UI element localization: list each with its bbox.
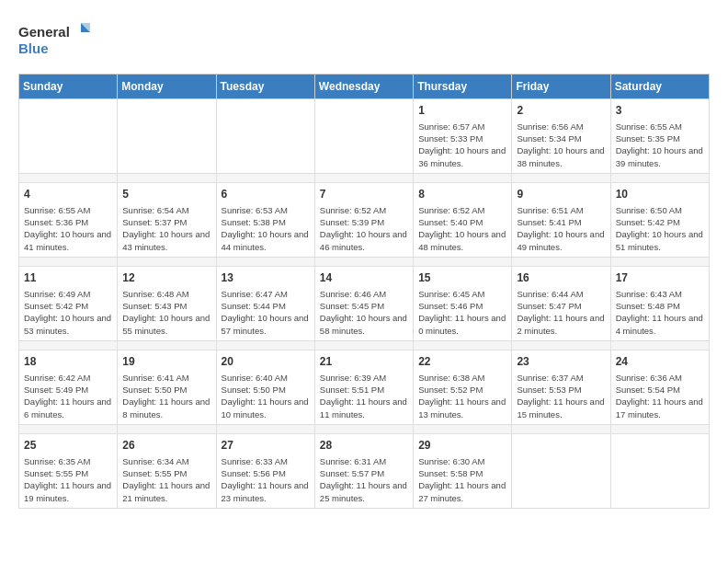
header-day-saturday: Saturday xyxy=(610,75,709,99)
calendar-cell xyxy=(314,99,413,174)
calendar-cell: 18Sunrise: 6:42 AMSunset: 5:49 PMDayligh… xyxy=(19,350,118,424)
calendar-week-1: 1Sunrise: 6:57 AMSunset: 5:33 PMDaylight… xyxy=(19,99,710,174)
calendar-header-row: SundayMondayTuesdayWednesdayThursdayFrid… xyxy=(19,75,710,99)
cell-info: Sunrise: 6:31 AMSunset: 5:57 PMDaylight:… xyxy=(320,455,408,504)
separator-cell xyxy=(414,173,512,182)
calendar-cell: 14Sunrise: 6:46 AMSunset: 5:45 PMDayligh… xyxy=(314,266,413,340)
calendar-cell: 15Sunrise: 6:45 AMSunset: 5:46 PMDayligh… xyxy=(414,266,512,340)
cell-info: Sunrise: 6:50 AMSunset: 5:42 PMDaylight:… xyxy=(616,204,704,253)
cell-info: Sunrise: 6:53 AMSunset: 5:38 PMDaylight:… xyxy=(222,204,310,253)
calendar-cell: 11Sunrise: 6:49 AMSunset: 5:42 PMDayligh… xyxy=(19,266,118,340)
cell-info: Sunrise: 6:54 AMSunset: 5:37 PMDaylight:… xyxy=(122,204,210,253)
day-number: 25 xyxy=(24,438,112,454)
calendar-week-4: 18Sunrise: 6:42 AMSunset: 5:49 PMDayligh… xyxy=(19,350,710,424)
cell-info: Sunrise: 6:40 AMSunset: 5:50 PMDaylight:… xyxy=(222,372,310,420)
logo-svg: General Blue xyxy=(18,18,92,64)
cell-info: Sunrise: 6:49 AMSunset: 5:42 PMDaylight:… xyxy=(24,288,112,337)
cell-info: Sunrise: 6:34 AMSunset: 5:55 PMDaylight:… xyxy=(122,455,210,504)
day-number: 15 xyxy=(418,270,506,286)
calendar-cell: 22Sunrise: 6:38 AMSunset: 5:52 PMDayligh… xyxy=(414,350,512,424)
cell-info: Sunrise: 6:41 AMSunset: 5:50 PMDaylight:… xyxy=(122,372,210,420)
day-number: 10 xyxy=(616,187,704,202)
day-number: 6 xyxy=(222,187,310,202)
day-number: 7 xyxy=(320,187,408,202)
calendar-cell: 19Sunrise: 6:41 AMSunset: 5:50 PMDayligh… xyxy=(118,350,216,424)
calendar-cell: 20Sunrise: 6:40 AMSunset: 5:50 PMDayligh… xyxy=(216,350,314,424)
cell-info: Sunrise: 6:36 AMSunset: 5:54 PMDaylight:… xyxy=(616,372,704,420)
calendar-cell: 23Sunrise: 6:37 AMSunset: 5:53 PMDayligh… xyxy=(512,350,610,424)
separator-cell xyxy=(216,424,314,433)
separator-cell xyxy=(216,340,314,350)
separator-cell xyxy=(118,340,216,350)
cell-info: Sunrise: 6:33 AMSunset: 5:56 PMDaylight:… xyxy=(222,455,310,504)
calendar-cell: 9Sunrise: 6:51 AMSunset: 5:41 PMDaylight… xyxy=(512,182,610,257)
calendar-cell: 5Sunrise: 6:54 AMSunset: 5:37 PMDaylight… xyxy=(118,182,216,257)
calendar-week-3: 11Sunrise: 6:49 AMSunset: 5:42 PMDayligh… xyxy=(19,266,710,340)
cell-info: Sunrise: 6:38 AMSunset: 5:52 PMDaylight:… xyxy=(418,372,506,420)
separator-cell xyxy=(19,173,118,182)
header-day-thursday: Thursday xyxy=(414,75,512,99)
week-separator xyxy=(19,257,710,266)
header-day-monday: Monday xyxy=(118,75,216,99)
cell-info: Sunrise: 6:37 AMSunset: 5:53 PMDaylight:… xyxy=(517,372,605,420)
svg-text:General: General xyxy=(18,24,70,40)
calendar-cell: 4Sunrise: 6:55 AMSunset: 5:36 PMDaylight… xyxy=(19,182,118,257)
calendar-cell: 10Sunrise: 6:50 AMSunset: 5:42 PMDayligh… xyxy=(610,182,709,257)
separator-cell xyxy=(118,424,216,433)
separator-cell xyxy=(314,424,413,433)
separator-cell xyxy=(512,257,610,266)
day-number: 18 xyxy=(24,354,112,370)
day-number: 12 xyxy=(122,270,210,286)
cell-info: Sunrise: 6:55 AMSunset: 5:35 PMDaylight:… xyxy=(616,121,704,169)
cell-info: Sunrise: 6:52 AMSunset: 5:39 PMDaylight:… xyxy=(320,204,408,253)
cell-info: Sunrise: 6:45 AMSunset: 5:46 PMDaylight:… xyxy=(418,288,506,337)
header-day-friday: Friday xyxy=(512,75,610,99)
week-separator xyxy=(19,424,710,433)
calendar-week-5: 25Sunrise: 6:35 AMSunset: 5:55 PMDayligh… xyxy=(19,433,710,508)
separator-cell xyxy=(19,257,118,266)
header-day-tuesday: Tuesday xyxy=(216,75,314,99)
cell-info: Sunrise: 6:51 AMSunset: 5:41 PMDaylight:… xyxy=(517,204,605,253)
day-number: 27 xyxy=(222,438,310,454)
separator-cell xyxy=(512,340,610,350)
separator-cell xyxy=(314,257,413,266)
calendar-cell: 3Sunrise: 6:55 AMSunset: 5:35 PMDaylight… xyxy=(610,99,709,174)
day-number: 4 xyxy=(24,187,112,202)
cell-info: Sunrise: 6:56 AMSunset: 5:34 PMDaylight:… xyxy=(517,121,605,169)
calendar-cell: 25Sunrise: 6:35 AMSunset: 5:55 PMDayligh… xyxy=(19,433,118,508)
day-number: 22 xyxy=(418,354,506,370)
day-number: 24 xyxy=(616,354,704,370)
cell-info: Sunrise: 6:52 AMSunset: 5:40 PMDaylight:… xyxy=(418,204,506,253)
separator-cell xyxy=(414,257,512,266)
calendar-cell: 12Sunrise: 6:48 AMSunset: 5:43 PMDayligh… xyxy=(118,266,216,340)
cell-info: Sunrise: 6:42 AMSunset: 5:49 PMDaylight:… xyxy=(24,372,112,420)
separator-cell xyxy=(610,173,709,182)
separator-cell xyxy=(314,340,413,350)
calendar-cell: 2Sunrise: 6:56 AMSunset: 5:34 PMDaylight… xyxy=(512,99,610,174)
day-number: 19 xyxy=(122,354,210,370)
cell-info: Sunrise: 6:55 AMSunset: 5:36 PMDaylight:… xyxy=(24,204,112,253)
calendar-cell: 28Sunrise: 6:31 AMSunset: 5:57 PMDayligh… xyxy=(314,433,413,508)
separator-cell xyxy=(512,424,610,433)
calendar-cell: 26Sunrise: 6:34 AMSunset: 5:55 PMDayligh… xyxy=(118,433,216,508)
day-number: 5 xyxy=(122,187,210,202)
day-number: 29 xyxy=(418,438,506,454)
svg-text:Blue: Blue xyxy=(18,40,49,56)
separator-cell xyxy=(216,257,314,266)
calendar-cell: 16Sunrise: 6:44 AMSunset: 5:47 PMDayligh… xyxy=(512,266,610,340)
calendar-cell: 27Sunrise: 6:33 AMSunset: 5:56 PMDayligh… xyxy=(216,433,314,508)
day-number: 13 xyxy=(222,270,310,286)
calendar-cell: 8Sunrise: 6:52 AMSunset: 5:40 PMDaylight… xyxy=(414,182,512,257)
cell-info: Sunrise: 6:30 AMSunset: 5:58 PMDaylight:… xyxy=(418,455,506,504)
day-number: 1 xyxy=(418,103,506,119)
week-separator xyxy=(19,173,710,182)
separator-cell xyxy=(19,340,118,350)
calendar-cell: 1Sunrise: 6:57 AMSunset: 5:33 PMDaylight… xyxy=(414,99,512,174)
calendar-cell: 24Sunrise: 6:36 AMSunset: 5:54 PMDayligh… xyxy=(610,350,709,424)
page-header: General Blue xyxy=(18,18,710,64)
header-day-wednesday: Wednesday xyxy=(314,75,413,99)
separator-cell xyxy=(610,424,709,433)
day-number: 2 xyxy=(517,103,605,119)
calendar-cell: 21Sunrise: 6:39 AMSunset: 5:51 PMDayligh… xyxy=(314,350,413,424)
separator-cell xyxy=(216,173,314,182)
